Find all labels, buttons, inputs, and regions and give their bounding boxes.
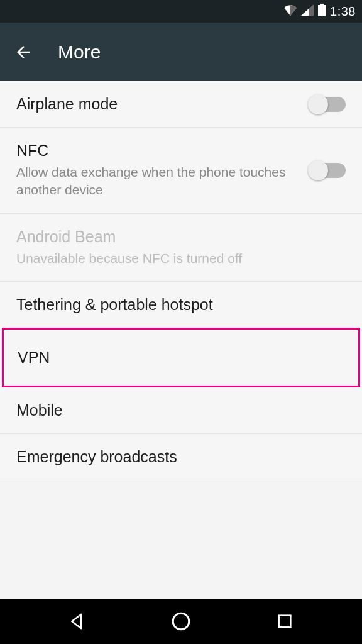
battery-icon: [317, 4, 326, 19]
svg-rect-3: [279, 616, 291, 628]
item-subtitle: Unavailable because NFC is turned off: [16, 250, 242, 267]
settings-item: Android BeamUnavailable because NFC is t…: [0, 214, 362, 282]
settings-item[interactable]: Mobile: [0, 387, 362, 434]
item-title: VPN: [18, 348, 50, 367]
toggle-switch[interactable]: [310, 163, 346, 178]
item-title: Android Beam: [16, 228, 242, 246]
settings-item[interactable]: Emergency broadcasts: [0, 434, 362, 480]
svg-point-2: [173, 613, 189, 630]
item-title: NFC: [16, 142, 287, 160]
page-title: More: [58, 42, 101, 63]
svg-rect-1: [318, 5, 326, 16]
settings-item[interactable]: NFCAllow data exchange when the phone to…: [0, 128, 362, 214]
navigation-bar: [0, 599, 362, 644]
item-title: Emergency broadcasts: [16, 448, 177, 466]
item-title: Mobile: [16, 401, 63, 419]
settings-list: Airplane modeNFCAllow data exchange when…: [0, 81, 362, 480]
settings-item[interactable]: Airplane mode: [0, 81, 362, 128]
toggle-switch[interactable]: [310, 97, 346, 112]
wifi-icon: [283, 4, 297, 19]
settings-item[interactable]: Tethering & portable hotspot: [0, 282, 362, 328]
cell-signal-icon: [301, 4, 314, 19]
app-bar: More: [0, 23, 362, 81]
clock-time: 1:38: [330, 4, 356, 19]
item-title: Airplane mode: [16, 95, 118, 113]
nav-back-icon[interactable]: [65, 609, 90, 634]
settings-item[interactable]: VPN: [2, 328, 360, 387]
nav-home-icon[interactable]: [168, 609, 194, 634]
item-subtitle: Allow data exchange when the phone touch…: [16, 164, 287, 199]
item-title: Tethering & portable hotspot: [16, 296, 213, 314]
back-arrow-icon[interactable]: [14, 43, 33, 62]
nav-recent-icon[interactable]: [272, 609, 297, 634]
status-bar: 1:38: [0, 0, 362, 23]
